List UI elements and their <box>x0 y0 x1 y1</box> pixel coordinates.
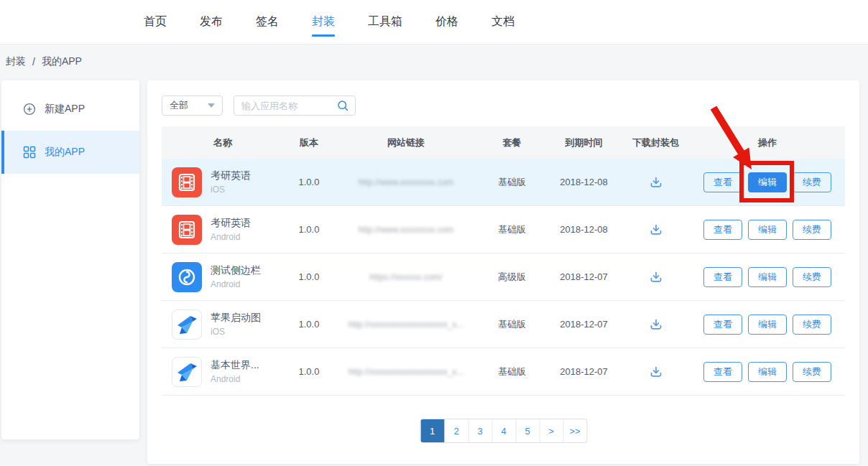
sidebar-item-my-apps[interactable]: 我的APP <box>1 131 139 174</box>
search-box <box>234 95 356 116</box>
col-header-version: 版本 <box>284 136 334 149</box>
search-icon <box>337 100 349 112</box>
expiry-date: 2018-12-07 <box>546 271 622 282</box>
sidebar-item-new-app[interactable]: 新建APP <box>1 88 139 131</box>
sidebar: 新建APP 我的APP <box>1 80 139 439</box>
site-url-masked: http://xxxxxxxxxxxxxxxxxx_x... <box>348 367 464 377</box>
site-url-masked: http://www.xxxxxxxx.com <box>359 177 454 187</box>
table-row: 基本世界... Android 1.0.0 http://xxxxxxxxxxx… <box>162 348 845 396</box>
table-row: 测试侧边栏 Android 1.0.0 https://xxxxxx.com/ … <box>162 253 845 301</box>
download-package-button[interactable] <box>646 172 666 192</box>
site-url-masked: http://www.xxxxxxxx.com <box>359 225 454 235</box>
renew-button[interactable]: 续费 <box>793 172 831 192</box>
pagination: 1 2 3 4 5 > >> <box>420 419 587 443</box>
download-package-button[interactable] <box>646 220 666 240</box>
app-platform: Android <box>211 374 259 384</box>
app-name: 苹果启动图 <box>211 312 261 325</box>
view-button[interactable]: 查看 <box>703 220 742 240</box>
film-app-icon <box>172 167 202 197</box>
grid-icon <box>23 146 36 159</box>
filter-bar: 全部 <box>162 95 845 116</box>
col-header-name: 名称 <box>162 136 284 149</box>
edit-button[interactable]: 编辑 <box>748 362 787 382</box>
app-platform: Android <box>211 279 261 289</box>
app-version: 1.0.0 <box>284 224 334 235</box>
renew-button[interactable]: 续费 <box>793 314 831 335</box>
table-row: 苹果启动图 iOS 1.0.0 http://xxxxxxxxxxxxxxxxx… <box>162 301 845 348</box>
edit-button[interactable]: 编辑 <box>748 267 787 287</box>
plus-circle-icon <box>23 103 36 116</box>
app-version: 1.0.0 <box>284 271 334 282</box>
expiry-date: 2018-12-08 <box>546 224 622 235</box>
expiry-date: 2018-12-07 <box>546 319 622 330</box>
app-name: 测试侧边栏 <box>211 264 261 277</box>
nav-item-toolbox[interactable]: 工具箱 <box>368 0 402 44</box>
nav-item-publish[interactable]: 发布 <box>200 0 223 44</box>
film-app-icon <box>172 215 202 245</box>
app-name: 基本世界... <box>211 359 259 372</box>
nav-item-sign[interactable]: 签名 <box>256 0 279 44</box>
app-version: 1.0.0 <box>284 366 334 377</box>
search-input[interactable] <box>234 101 337 111</box>
page-button-1[interactable]: 1 <box>420 419 444 442</box>
app-platform: iOS <box>211 327 261 337</box>
my-apps-panel: 全部 名称 版本 网站链接 套餐 到期时间 下载封装包 操作 考研英语 iOS <box>147 80 859 464</box>
category-select[interactable]: 全部 <box>162 95 223 116</box>
breadcrumb-section[interactable]: 封装 <box>6 55 26 68</box>
app-version: 1.0.0 <box>284 319 334 330</box>
nav-item-package-active[interactable]: 封装 <box>312 0 335 44</box>
view-button[interactable]: 查看 <box>703 362 742 382</box>
plan-badge: 基础版 <box>478 223 546 236</box>
nav-item-price[interactable]: 价格 <box>435 0 458 44</box>
top-nav: 首页 发布 签名 封装 工具箱 价格 文档 <box>0 0 868 45</box>
nav-item-home[interactable]: 首页 <box>144 0 167 44</box>
edit-button[interactable]: 编辑 <box>748 172 787 192</box>
nav-item-docs[interactable]: 文档 <box>491 0 514 44</box>
app-platform: iOS <box>211 185 251 195</box>
download-package-button[interactable] <box>646 362 666 382</box>
plan-badge: 高级版 <box>478 271 546 284</box>
app-platform: Android <box>211 232 251 242</box>
next-page-button[interactable]: > <box>539 419 563 442</box>
chevron-down-icon <box>208 103 215 108</box>
category-select-value: 全部 <box>170 99 188 112</box>
col-header-expiry: 到期时间 <box>546 136 622 149</box>
plan-badge: 基础版 <box>478 318 546 331</box>
renew-button[interactable]: 续费 <box>793 362 831 382</box>
col-header-download: 下载封装包 <box>622 136 690 149</box>
bird-app-icon <box>172 309 202 340</box>
table-header: 名称 版本 网站链接 套餐 到期时间 下载封装包 操作 <box>162 126 845 159</box>
col-header-plan: 套餐 <box>478 136 546 149</box>
expiry-date: 2018-12-07 <box>546 366 622 377</box>
table-row: 考研英语 Android 1.0.0 http://www.xxxxxxxx.c… <box>162 206 845 253</box>
edit-button[interactable]: 编辑 <box>748 314 787 335</box>
compass-app-icon <box>172 262 202 292</box>
edit-button[interactable]: 编辑 <box>748 220 787 240</box>
download-package-button[interactable] <box>646 267 666 287</box>
download-package-button[interactable] <box>646 314 666 335</box>
renew-button[interactable]: 续费 <box>793 220 831 240</box>
view-button[interactable]: 查看 <box>703 267 742 287</box>
site-url-masked: https://xxxxxx.com/ <box>369 272 442 282</box>
plan-badge: 基础版 <box>478 176 546 189</box>
page-button-3[interactable]: 3 <box>468 419 491 442</box>
last-page-button[interactable]: >> <box>563 419 586 442</box>
page-button-5[interactable]: 5 <box>515 419 539 442</box>
app-version: 1.0.0 <box>284 177 334 187</box>
col-header-actions: 操作 <box>690 136 845 149</box>
page-button-2[interactable]: 2 <box>444 419 468 442</box>
breadcrumb: 封装 / 我的APP <box>0 45 82 79</box>
app-name: 考研英语 <box>211 217 251 230</box>
table-row: 考研英语 iOS 1.0.0 http://www.xxxxxxxx.com 基… <box>162 159 845 206</box>
view-button[interactable]: 查看 <box>703 314 742 335</box>
site-url-masked: http://xxxxxxxxxxxxxxxxxx_x... <box>348 320 464 330</box>
col-header-url: 网站链接 <box>334 136 478 149</box>
breadcrumb-separator: / <box>32 56 35 67</box>
page-button-4[interactable]: 4 <box>491 419 515 442</box>
bird-app-icon <box>172 357 202 387</box>
renew-button[interactable]: 续费 <box>793 267 831 287</box>
expiry-date: 2018-12-08 <box>546 177 622 187</box>
view-button[interactable]: 查看 <box>703 172 742 192</box>
breadcrumb-current: 我的APP <box>42 55 82 68</box>
app-name: 考研英语 <box>211 169 251 182</box>
